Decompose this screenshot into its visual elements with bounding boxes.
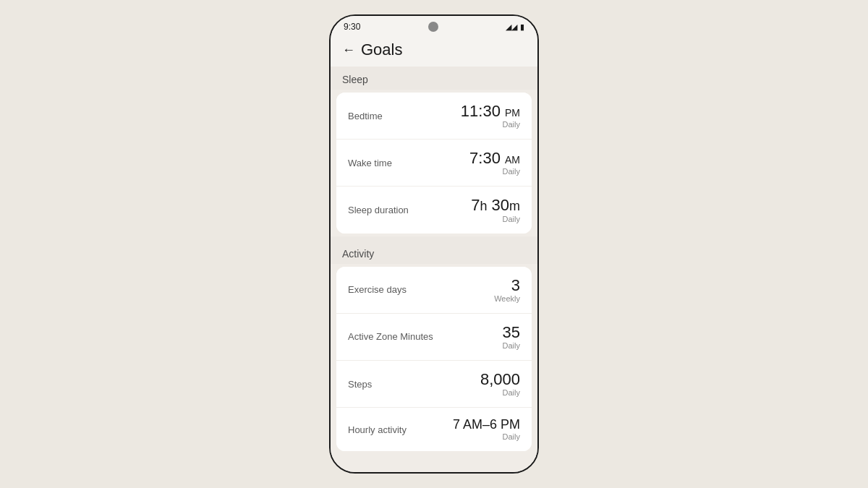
status-center-dot <box>428 22 438 32</box>
bedtime-unit: PM <box>505 107 520 119</box>
status-icons: ◢◢ ▮ <box>506 22 524 32</box>
active-zone-minutes-value: 35 <box>503 324 520 341</box>
hourly-activity-value-block: 7 AM–6 PM Daily <box>453 418 520 441</box>
sleep-duration-freq: Daily <box>471 215 520 223</box>
battery-icon: ▮ <box>520 22 524 32</box>
hourly-activity-label: Hourly activity <box>348 424 407 435</box>
status-time: 9:30 <box>344 22 360 32</box>
back-button[interactable]: ← <box>342 43 355 58</box>
bedtime-row[interactable]: Bedtime 11:30 PM Daily <box>336 93 532 140</box>
sleep-duration-row[interactable]: Sleep duration 7h 30m Daily <box>336 187 532 233</box>
sleep-card-group: Bedtime 11:30 PM Daily Wake time 7:30 AM… <box>336 93 532 234</box>
wifi-icon: ◢◢ <box>506 22 517 32</box>
activity-card-group: Exercise days 3 Weekly Active Zone Minut… <box>336 267 532 451</box>
wake-time-unit: AM <box>505 154 520 166</box>
section-header-sleep: Sleep <box>331 67 537 90</box>
sleep-duration-value-block: 7h 30m Daily <box>471 197 520 223</box>
wake-time-label: Wake time <box>348 158 392 168</box>
status-bar: 9:30 ◢◢ ▮ <box>331 16 537 35</box>
steps-row[interactable]: Steps 8,000 Daily <box>336 361 532 408</box>
hourly-activity-freq: Daily <box>453 432 520 441</box>
phone-frame: 9:30 ◢◢ ▮ ← Goals Sleep Bedtime 11:30 PM… <box>329 14 539 474</box>
page-title: Goals <box>361 40 402 59</box>
active-zone-minutes-label: Active Zone Minutes <box>348 331 433 342</box>
active-zone-minutes-freq: Daily <box>503 341 520 350</box>
active-zone-minutes-value-block: 35 Daily <box>503 324 520 350</box>
bedtime-value-block: 11:30 PM Daily <box>461 103 520 129</box>
wake-time-row[interactable]: Wake time 7:30 AM Daily <box>336 140 532 187</box>
exercise-days-value: 3 <box>494 277 520 294</box>
bedtime-freq: Daily <box>461 120 520 129</box>
steps-value-block: 8,000 Daily <box>480 371 520 397</box>
hourly-activity-row[interactable]: Hourly activity 7 AM–6 PM Daily <box>336 408 532 451</box>
exercise-days-freq: Weekly <box>494 294 520 303</box>
scroll-area[interactable]: Sleep Bedtime 11:30 PM Daily Wake time 7… <box>331 67 537 472</box>
steps-label: Steps <box>348 379 372 390</box>
hourly-activity-value: 7 AM–6 PM <box>453 418 520 432</box>
steps-freq: Daily <box>480 388 520 397</box>
sleep-duration-label: Sleep duration <box>348 205 409 215</box>
sleep-duration-value: 7h 30m <box>471 197 520 214</box>
wake-time-value: 7:30 AM <box>469 150 520 167</box>
bedtime-label: Bedtime <box>348 111 383 121</box>
wake-time-freq: Daily <box>469 167 520 176</box>
exercise-days-row[interactable]: Exercise days 3 Weekly <box>336 267 532 314</box>
exercise-days-label: Exercise days <box>348 284 407 295</box>
bedtime-value: 11:30 PM <box>461 103 520 120</box>
active-zone-minutes-row[interactable]: Active Zone Minutes 35 Daily <box>336 314 532 361</box>
steps-value: 8,000 <box>480 371 520 388</box>
section-header-activity: Activity <box>331 241 537 264</box>
wake-time-value-block: 7:30 AM Daily <box>469 150 520 176</box>
exercise-days-value-block: 3 Weekly <box>494 277 520 303</box>
page-header: ← Goals <box>331 35 537 67</box>
